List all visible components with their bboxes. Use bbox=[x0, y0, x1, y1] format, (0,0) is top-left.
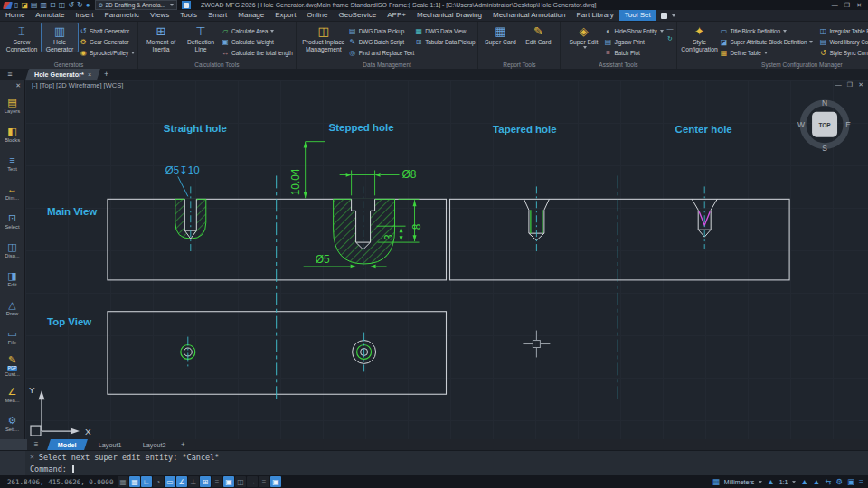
straight-hole-entity[interactable] bbox=[175, 186, 206, 253]
compass-top-button[interactable]: TOP bbox=[818, 122, 831, 128]
menu-item-mechanical-drawing[interactable]: Mechanical Drawing bbox=[411, 10, 487, 21]
product-inplace-management-button[interactable]: ◫ Product Inplace Management bbox=[299, 23, 348, 52]
print-icon[interactable]: ⊟ bbox=[50, 1, 56, 10]
toolbox-button[interactable] bbox=[182, 1, 191, 9]
ribbon-display-toggle[interactable] bbox=[656, 10, 680, 21]
maximize-button[interactable]: ❐ bbox=[844, 2, 850, 9]
menu-item-smart[interactable]: Smart bbox=[203, 10, 232, 21]
sidebar-item-layers[interactable]: ▤Layers bbox=[0, 90, 24, 119]
super-attribute-block-definition-button[interactable]: ◪Super Attribute Block Definition bbox=[720, 36, 814, 47]
style-configuration-button[interactable]: ✦ Style Configuration bbox=[680, 23, 720, 52]
irregular-table-pickup-config-button[interactable]: ◫Irregular Table Pickup Configuration bbox=[818, 25, 868, 36]
doc-menu-icon[interactable]: ≡ bbox=[0, 69, 20, 80]
lineweight-toggle[interactable]: ≡ bbox=[212, 476, 222, 487]
auto-annotation-icon[interactable]: ▲ bbox=[813, 477, 820, 486]
menu-item-app-plus[interactable]: APP+ bbox=[382, 10, 411, 21]
deflection-line-button[interactable]: ⊤ Deflection Line bbox=[181, 23, 221, 52]
tabular-data-pickup-button[interactable]: ⊞Tabular Data Pickup bbox=[414, 36, 475, 47]
grid-display-toggle[interactable]: ▦ bbox=[118, 476, 128, 487]
new-file-icon[interactable]: ▯ bbox=[14, 1, 18, 10]
section-centerlines[interactable] bbox=[277, 175, 618, 401]
close-tab-icon[interactable]: × bbox=[88, 70, 91, 79]
dwg-data-pickup-button[interactable]: ▤DWG Data Pickup bbox=[348, 25, 414, 36]
center-hole-entity[interactable] bbox=[692, 186, 717, 249]
tab-layout2[interactable]: Layout2 bbox=[132, 439, 176, 450]
document-tab-hole-generator[interactable]: Hole Generator* × bbox=[25, 69, 100, 80]
object-snap-tracking-toggle[interactable]: ∠ bbox=[176, 476, 187, 487]
snap-mode-toggle[interactable]: ▦ bbox=[129, 476, 140, 487]
sidebar-item-display[interactable]: ◫Disp... bbox=[0, 235, 24, 264]
stepped-hole-entity[interactable] bbox=[334, 186, 395, 269]
shaft-generator-button[interactable]: ↺Shaft Generator bbox=[79, 25, 135, 36]
object-snap-toggle[interactable]: ▭ bbox=[165, 476, 175, 487]
compass-north[interactable]: N bbox=[822, 99, 827, 108]
tab-layout1[interactable]: Layout1 bbox=[88, 439, 132, 450]
find-replace-text-button[interactable]: ◎Find and Replace Text bbox=[348, 47, 414, 58]
new-tab-button[interactable]: + bbox=[99, 69, 114, 80]
hole-generator-button[interactable]: ▥ Hole Generator bbox=[41, 23, 79, 52]
super-edit-button[interactable]: ◈ Super Edit bbox=[563, 23, 603, 49]
units-selector[interactable]: Millimeters bbox=[724, 479, 754, 485]
workspace-switch-icon[interactable]: ⇆ bbox=[825, 477, 831, 486]
sidebar-close-icon[interactable]: ✕ bbox=[0, 80, 24, 90]
calculate-weight-button[interactable]: ▣Calculate Weight bbox=[221, 36, 293, 47]
sidebar-item-customize[interactable]: ✎PGPCust... bbox=[0, 351, 24, 380]
calculate-area-button[interactable]: ▱Calculate Area bbox=[221, 25, 293, 36]
redo-icon[interactable]: ↻ bbox=[77, 1, 83, 10]
moment-of-inertia-button[interactable]: ⊞ Moment of Inertia bbox=[141, 23, 181, 52]
sidebar-item-blocks[interactable]: ◧Blocks bbox=[0, 119, 24, 148]
workspace-selector[interactable]: ⚙ 2D Drafting & Annota... bbox=[95, 0, 177, 10]
batch-plot-button[interactable]: ≡Batch Plot bbox=[603, 47, 663, 58]
viewport-minimize-icon[interactable]: — bbox=[835, 81, 842, 89]
isolate-objects-toggle[interactable]: ▣ bbox=[270, 476, 281, 487]
menu-item-geoservice[interactable]: GeoService bbox=[333, 10, 382, 21]
gear-icon[interactable]: ⚙ bbox=[835, 477, 843, 486]
menu-item-mechanical-annotation[interactable]: Mechanical Annotation bbox=[487, 10, 571, 21]
viewport-close-icon[interactable]: ✕ bbox=[858, 81, 863, 89]
drawing-canvas[interactable]: [-] [Top] [2D Wireframe] [WCS] — ❐ ✕ bbox=[25, 80, 868, 439]
define-table-button[interactable]: ▦Define Table bbox=[720, 47, 814, 58]
sidebar-item-select[interactable]: ⊡Select bbox=[0, 206, 24, 235]
add-layout-button[interactable]: + bbox=[175, 439, 191, 450]
view-compass[interactable]: N E S W TOP bbox=[797, 99, 851, 153]
layout-menu-icon[interactable]: ≡ bbox=[27, 439, 45, 450]
sidebar-item-text[interactable]: ≡Text bbox=[0, 148, 24, 177]
menu-item-manage[interactable]: Manage bbox=[232, 10, 269, 21]
close-button[interactable]: ✕ bbox=[856, 2, 862, 9]
jigsaw-print-button[interactable]: ▤Jigsaw Print bbox=[603, 36, 663, 47]
sidebar-item-dimension[interactable]: ↔Dim... bbox=[0, 177, 24, 206]
hide-show-entity-button[interactable]: ◐Hide/Show Entity bbox=[603, 25, 663, 36]
transparency-toggle[interactable]: ▣ bbox=[223, 476, 234, 487]
open-file-icon[interactable]: ◪ bbox=[21, 1, 28, 10]
gear-generator-button[interactable]: ⚙Gear Generator bbox=[79, 36, 135, 47]
dwg-data-view-button[interactable]: ▦DWG Data View bbox=[414, 25, 475, 36]
cad-drawing[interactable]: Ø5↧10 bbox=[25, 80, 868, 439]
annotation-scale-selector[interactable]: 1:1 bbox=[779, 479, 788, 485]
menu-item-views[interactable]: Views bbox=[145, 10, 175, 21]
menu-item-tool-set[interactable]: Tool Set bbox=[619, 10, 656, 21]
menu-item-export[interactable]: Export bbox=[269, 10, 301, 21]
menu-item-part-library[interactable]: Part Library bbox=[571, 10, 619, 21]
viewport-controls-header[interactable]: [-] [Top] [2D Wireframe] [WCS] bbox=[32, 81, 123, 89]
sidebar-item-draw[interactable]: △Draw bbox=[0, 293, 24, 322]
straight-hole-dimension[interactable]: Ø5↧10 bbox=[165, 164, 200, 196]
title-block-definition-button[interactable]: ▭Title Block Definition bbox=[720, 25, 814, 36]
selection-cycling-toggle[interactable]: ◫ bbox=[235, 476, 246, 487]
sync-refresh-icon[interactable]: ↻ bbox=[667, 35, 673, 42]
sidebar-item-edit[interactable]: ◨Edit bbox=[0, 264, 24, 293]
command-input[interactable]: Command: bbox=[0, 463, 868, 474]
undo-icon[interactable]: ↺ bbox=[68, 1, 74, 10]
polar-tracking-toggle[interactable]: ◔ bbox=[153, 476, 164, 487]
close-history-icon[interactable]: ✕ bbox=[30, 453, 34, 461]
word-library-configuration-button[interactable]: ▤Word library Configuration bbox=[818, 36, 868, 47]
tapered-hole-entity[interactable] bbox=[524, 186, 549, 251]
sprocket-pulley-button[interactable]: ◉Sprocket/Pulley bbox=[79, 47, 135, 58]
menu-item-insert[interactable]: Insert bbox=[70, 10, 99, 21]
help-icon[interactable]: ● bbox=[86, 1, 90, 10]
ortho-mode-toggle[interactable]: ∟ bbox=[141, 476, 152, 487]
menu-item-annotate[interactable]: Annotate bbox=[30, 10, 70, 21]
save-icon[interactable]: ▤ bbox=[31, 1, 38, 10]
top-view-straight-hole[interactable] bbox=[173, 337, 203, 368]
quick-properties-toggle[interactable]: ≡ bbox=[259, 476, 269, 487]
style-sync-configuration-button[interactable]: ↺Style Sync Configuration bbox=[818, 47, 868, 58]
